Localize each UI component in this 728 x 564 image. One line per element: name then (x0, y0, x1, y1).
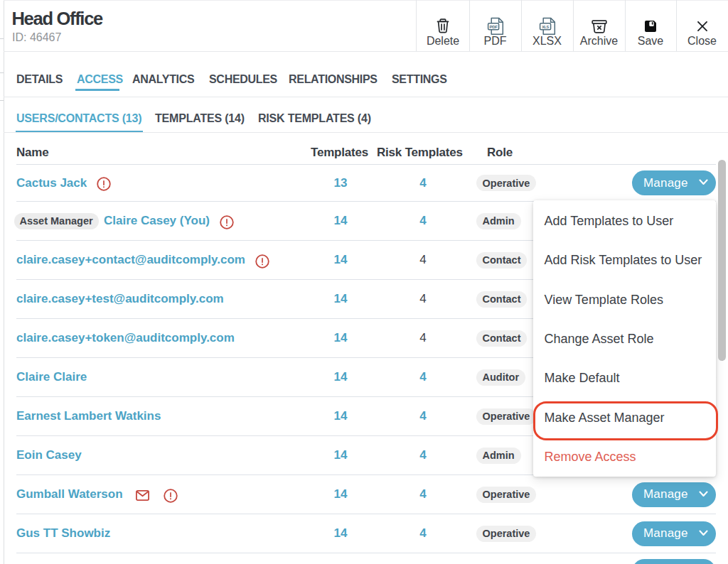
svg-text:PDF: PDF (489, 24, 498, 28)
svg-text:XLS: XLS (542, 24, 549, 28)
